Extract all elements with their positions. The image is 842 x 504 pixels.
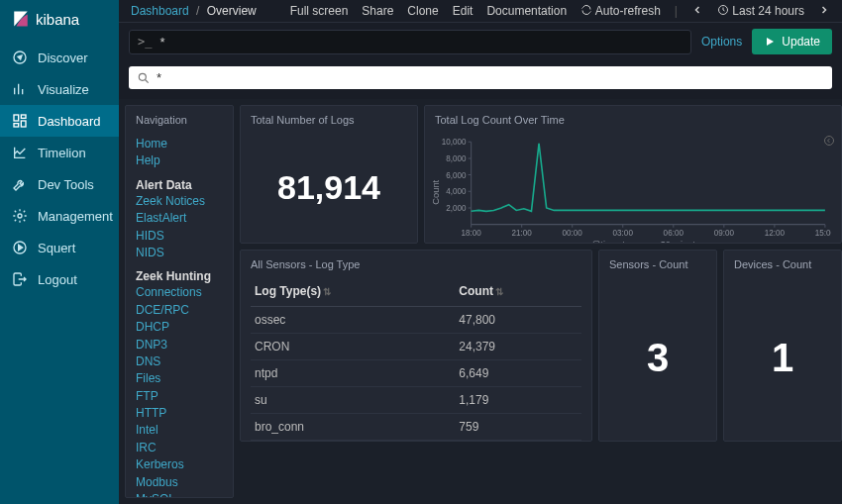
nav-link[interactable]: NIDS xyxy=(136,245,223,261)
nav-link[interactable]: IRC xyxy=(136,440,223,456)
log-count-chart[interactable]: 2,0004,0006,0008,00010,00018:0021:0000:0… xyxy=(429,136,831,244)
nav-link[interactable]: Intel xyxy=(136,422,223,439)
sidebar-item-label: Visualize xyxy=(38,82,89,97)
cell-count: 47,800 xyxy=(455,307,581,334)
share-link[interactable]: Share xyxy=(362,4,393,18)
breadcrumb-sep: / xyxy=(196,4,199,18)
filter-search-input[interactable]: * xyxy=(129,66,832,89)
sidebar-item-timelion[interactable]: Timelion xyxy=(0,137,119,168)
nav-link[interactable]: Modbus xyxy=(136,474,223,491)
query-options-link[interactable]: Options xyxy=(701,35,742,49)
panel-log-chart: Total Log Count Over Time 2,0004,0006,00… xyxy=(424,105,842,244)
documentation-link[interactable]: Documentation xyxy=(486,4,567,18)
timerange-prev[interactable] xyxy=(691,4,703,18)
fullscreen-link[interactable]: Full screen xyxy=(290,4,349,18)
svg-text:09:00: 09:00 xyxy=(714,229,735,238)
topbar-divider: | xyxy=(675,4,678,18)
query-value: * xyxy=(159,35,164,50)
timelion-icon xyxy=(12,145,28,160)
panel-navigation: Navigation HomeHelpAlert DataZeek Notice… xyxy=(125,105,234,498)
sidebar-item-discover[interactable]: Discover xyxy=(0,42,119,73)
sidebar-item-label: Squert xyxy=(38,241,75,255)
timerange-picker[interactable]: Last 24 hours xyxy=(717,4,804,18)
cell-log-type: ntpd xyxy=(251,360,455,387)
table-row[interactable]: bro_conn759 xyxy=(251,414,581,441)
sidebar-item-dashboard[interactable]: Dashboard xyxy=(0,105,119,137)
sidebar-item-label: Logout xyxy=(38,272,77,287)
navigation-links-body: HomeHelpAlert DataZeek NoticesElastAlert… xyxy=(126,132,233,497)
nav-link[interactable]: ElastAlert xyxy=(136,210,223,227)
svg-text:12:00: 12:00 xyxy=(765,229,786,238)
table-row[interactable]: CRON24,379 xyxy=(251,334,581,360)
sidebar-item-management[interactable]: Management xyxy=(0,200,119,232)
panel-total-logs: Total Number of Logs 81,914 xyxy=(240,105,418,244)
cell-log-type: CRON xyxy=(251,334,455,360)
nav-link[interactable]: Help xyxy=(136,152,223,169)
table-row[interactable]: ossec47,800 xyxy=(251,307,581,334)
chevron-right-icon xyxy=(818,4,830,16)
svg-text:18:00: 18:00 xyxy=(461,229,481,238)
nav-link[interactable]: Kerberos xyxy=(136,456,223,473)
svg-text:4,000: 4,000 xyxy=(446,187,467,196)
play-icon xyxy=(764,36,776,48)
chevron-left-icon xyxy=(691,4,703,16)
cell-count: 6,649 xyxy=(455,360,581,387)
nav-link[interactable]: Zeek Notices xyxy=(136,193,223,210)
nav-link[interactable]: DHCP xyxy=(136,319,223,336)
nav-link[interactable]: Files xyxy=(136,370,223,387)
panel-title: Total Log Count Over Time xyxy=(425,106,841,132)
cell-log-type: ossec xyxy=(251,307,455,334)
col-header-type[interactable]: Log Type(s)⇅ xyxy=(251,276,455,307)
topbar: Dashboard / Overview Full screen Share C… xyxy=(119,0,842,23)
nav-section-header: Zeek Hunting xyxy=(136,269,223,283)
nav-section-header: Alert Data xyxy=(136,178,223,192)
nav-link[interactable]: DCE/RPC xyxy=(136,302,223,319)
nav-link[interactable]: Home xyxy=(136,136,223,152)
nav-link[interactable]: MySQL xyxy=(136,491,223,497)
sidebar-item-squert[interactable]: Squert xyxy=(0,232,119,263)
nav-link[interactable]: DNS xyxy=(136,353,223,370)
panel-title: Devices - Count xyxy=(724,251,841,276)
lucene-query-input[interactable]: * xyxy=(129,30,691,54)
update-button[interactable]: Update xyxy=(752,29,832,54)
nav-link[interactable]: Connections xyxy=(136,284,223,301)
cell-count: 759 xyxy=(455,414,581,441)
dashboard-icon xyxy=(12,113,28,129)
sidebar-item-devtools[interactable]: Dev Tools xyxy=(0,168,119,200)
autorefresh-toggle[interactable]: Auto-refresh xyxy=(580,4,661,18)
nav-link[interactable]: HIDS xyxy=(136,228,223,245)
compass-icon xyxy=(12,50,28,65)
table-row[interactable]: su1,179 xyxy=(251,387,581,414)
breadcrumb-root-link[interactable]: Dashboard xyxy=(131,4,189,18)
cell-count: 1,179 xyxy=(455,387,581,414)
wrench-icon xyxy=(12,176,28,192)
panel-title: Navigation xyxy=(126,106,233,132)
panel-title: Total Number of Logs xyxy=(241,106,417,132)
svg-point-8 xyxy=(139,73,146,80)
sidebar-item-label: Timelion xyxy=(38,146,86,160)
nav-link[interactable]: FTP xyxy=(136,388,223,405)
query-bar: * Options Update xyxy=(119,23,842,60)
svg-text:8,000: 8,000 xyxy=(446,154,467,163)
kibana-logo-icon xyxy=(12,10,30,28)
edit-link[interactable]: Edit xyxy=(453,4,474,18)
svg-text:10,000: 10,000 xyxy=(442,138,467,147)
svg-rect-2 xyxy=(21,115,26,118)
svg-text:Count: Count xyxy=(431,179,441,204)
sort-icon: ⇅ xyxy=(323,286,331,297)
sidebar-item-visualize[interactable]: Visualize xyxy=(0,73,119,105)
nav-link[interactable]: DNP3 xyxy=(136,337,223,353)
devices-count-value: 1 xyxy=(724,276,841,441)
log-type-table: Log Type(s)⇅ Count⇅ ossec47,800CRON24,37… xyxy=(251,276,581,441)
chart-collapse-button[interactable] xyxy=(823,134,835,149)
col-header-count[interactable]: Count⇅ xyxy=(455,276,581,307)
nav-link[interactable]: HTTP xyxy=(136,405,223,422)
table-row[interactable]: ntpd6,649 xyxy=(251,360,581,387)
sidebar-item-logout[interactable]: Logout xyxy=(0,263,119,295)
panel-devices-count: Devices - Count 1 xyxy=(723,250,842,442)
logout-icon xyxy=(12,271,28,287)
clone-link[interactable]: Clone xyxy=(407,4,438,18)
timerange-next[interactable] xyxy=(818,4,830,18)
panel-title: All Sensors - Log Type xyxy=(241,251,591,276)
panel-title: Sensors - Count xyxy=(599,251,716,276)
